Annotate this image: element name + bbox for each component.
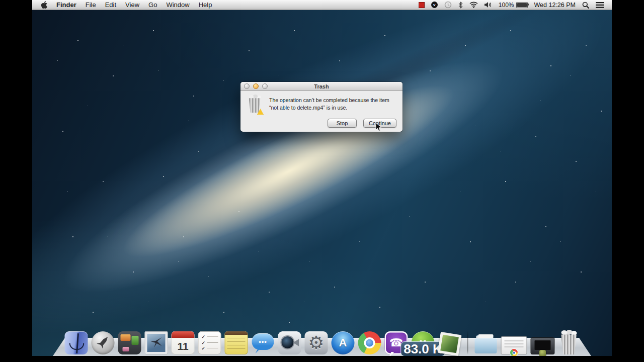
menu-help[interactable]: Help	[194, 0, 217, 10]
dock-trash[interactable]	[558, 330, 580, 354]
dialog-title: Trash	[314, 83, 329, 89]
calendar-day-number: 11	[172, 338, 195, 354]
battery-icon[interactable]	[516, 2, 528, 8]
menu-window[interactable]: Window	[162, 0, 194, 10]
dialog-titlebar[interactable]: Trash	[240, 82, 403, 91]
gear-icon: ⚙	[308, 334, 324, 352]
close-button[interactable]	[244, 83, 250, 89]
menu-view[interactable]: View	[121, 0, 144, 10]
dock-mail[interactable]	[145, 331, 168, 354]
dock-photo-viewer[interactable]	[437, 332, 461, 356]
menubar-clock[interactable]: Wed 12:26 PM	[534, 2, 576, 9]
menu-go[interactable]: Go	[144, 0, 162, 10]
dock-facetime[interactable]	[278, 331, 301, 354]
wifi-icon[interactable]	[469, 2, 478, 8]
trash-warning-icon	[247, 96, 263, 114]
dock-minimized-chrome-window[interactable]	[501, 336, 527, 354]
dock-minimized-dark-window[interactable]	[531, 337, 555, 354]
dock-separator	[467, 330, 468, 354]
desktop: Finder File Edit View Go Window Help v	[32, 0, 612, 356]
dock-downloads-folder[interactable]	[474, 331, 498, 354]
apple-menu[interactable]	[40, 1, 52, 9]
dock-finder[interactable]	[65, 331, 88, 354]
dock-google-chrome[interactable]	[358, 331, 381, 354]
dock-reminders[interactable]	[198, 331, 221, 354]
dock-app-store[interactable]: A	[332, 331, 355, 354]
viber-status-icon[interactable]: v	[431, 2, 438, 8]
dock-mission-control[interactable]	[118, 331, 141, 354]
mouse-cursor	[375, 122, 382, 132]
bluetooth-icon[interactable]	[458, 2, 463, 9]
screen-recording-indicator[interactable]	[419, 2, 425, 8]
zoom-button[interactable]	[262, 83, 268, 89]
stop-button[interactable]: Stop	[328, 119, 357, 128]
dock-messages[interactable]: •••	[252, 331, 275, 354]
window-badge-icon	[539, 350, 546, 356]
wallpaper-stars	[32, 0, 612, 356]
menu-edit[interactable]: Edit	[101, 0, 121, 10]
time-machine-icon[interactable]	[444, 1, 452, 9]
dock: 11 ••• ⚙ A ☎ µ 83.0 K	[53, 331, 591, 356]
chrome-badge-icon	[510, 349, 518, 356]
battery-percent: 100%	[499, 2, 514, 9]
wallpaper-galaxy	[32, 0, 612, 356]
spotlight-icon[interactable]	[582, 2, 589, 9]
dock-utorrent[interactable]: µ 83.0 K	[412, 331, 435, 354]
notification-center-icon[interactable]	[596, 2, 604, 8]
dock-system-preferences[interactable]: ⚙	[305, 331, 328, 354]
menu-file[interactable]: File	[81, 0, 101, 10]
dialog-message: The operation can’t be completed because…	[269, 96, 396, 114]
minimize-button[interactable]	[253, 83, 259, 89]
volume-icon[interactable]	[485, 2, 492, 8]
menu-finder[interactable]: Finder	[52, 0, 81, 10]
dock-launchpad[interactable]	[92, 331, 115, 354]
menu-bar: Finder File Edit View Go Window Help v	[32, 0, 612, 10]
dock-calendar[interactable]: 11	[172, 331, 195, 354]
dock-notes[interactable]	[225, 331, 248, 354]
apple-logo-icon	[41, 1, 48, 9]
